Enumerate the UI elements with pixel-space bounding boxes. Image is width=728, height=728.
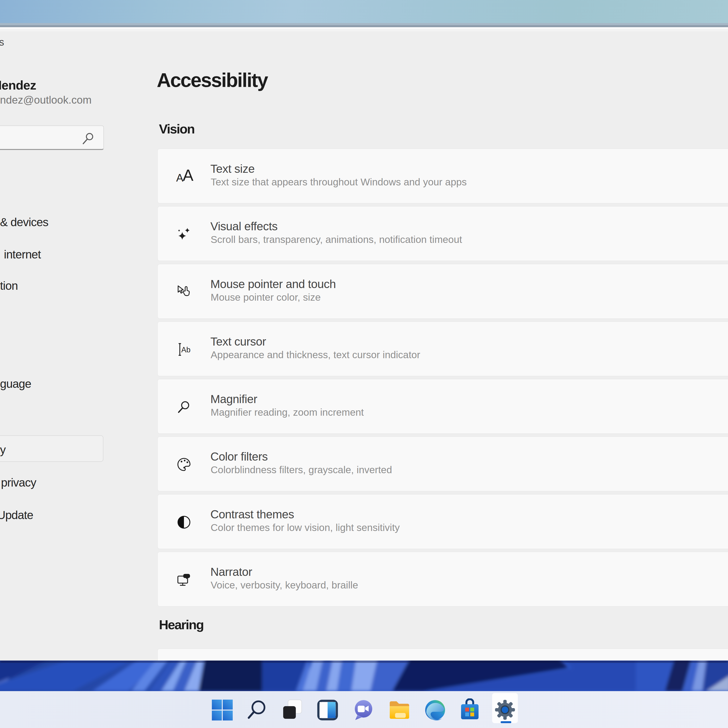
svg-text:Ab: Ab — [181, 346, 191, 354]
